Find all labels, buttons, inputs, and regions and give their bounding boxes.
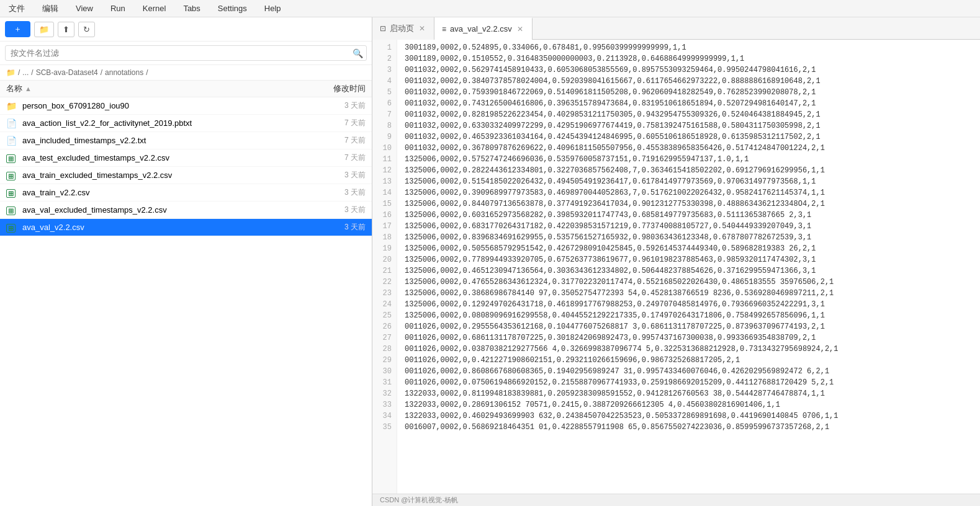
file-name-label: ava_test_excluded_timestamps_v2.2.csv [22,153,316,162]
content-area: 1234567891011121314151617181920212223242… [372,40,980,494]
file-mtime-label: 3 天前 [316,100,366,111]
line-number: 19 [377,243,392,254]
plus-icon: ＋ [14,24,22,35]
line-number: 20 [377,254,392,265]
line-number: 16 [377,210,392,221]
file-item[interactable]: ⊞ ava_test_excluded_timestamps_v2.2.csv … [0,149,372,167]
file-type-icon: ⊞ [6,171,19,180]
download-button[interactable]: ⬆ [58,22,74,37]
line-number: 34 [377,411,392,422]
line-number: 25 [377,310,392,321]
file-type-icon: ⊞ [6,223,19,233]
code-line: 0011026,0002,0.2955564353612168,0.104477… [405,321,973,332]
search-icon-button[interactable]: 🔍 [353,48,363,58]
tab-1[interactable]: ≡ ava_val_v2.2.csv ✕ [434,17,533,40]
file-list: 📁 person_box_67091280_iou90 3 天前 📄 ava_a… [0,97,372,506]
code-line: 1325006,0002,0.1292497026431718,0.461899… [405,299,973,310]
tab-bar: ⊡ 启动页 ✕ ≡ ava_val_v2.2.csv ✕ [372,17,980,40]
file-type-icon: 📄 [6,118,19,128]
file-mtime-label: 3 天前 [316,170,366,180]
breadcrumb-sep4: / [146,68,148,77]
line-number: 13 [377,176,392,187]
code-line: 0011026,0002,0,0.4212271908602151,0.2932… [405,355,973,366]
code-line: 0011032,0002,0.38407378578024004,0.59203… [405,76,973,87]
file-item[interactable]: ⊞ ava_train_excluded_timestamps_v2.2.csv… [0,167,372,184]
line-number: 4 [377,76,392,87]
file-mtime-label: 7 天前 [316,153,366,163]
name-column-label[interactable]: 名称 [6,83,22,94]
breadcrumb: 📁 / ... / SCB-ava-Dataset4 / annotations… [0,65,372,81]
download-icon: ⬆ [63,25,70,34]
menu-edit[interactable]: 编辑 [38,2,62,16]
status-text: CSDN @计算机视觉-杨帆 [380,495,458,505]
code-line: 1325006,0002,0.8396834691629955,0.535756… [405,232,973,243]
line-number: 3 [377,64,392,76]
tab-0[interactable]: ⊡ 启动页 ✕ [372,17,434,40]
line-number: 33 [377,399,392,411]
breadcrumb-annotations[interactable]: annotations [105,68,143,77]
code-line: 1325006,0002,0.7789944933920705,0.675263… [405,254,973,265]
code-line: 0011032,0002,0.5629741458910433,0.605306… [405,64,973,76]
code-line: 3001189,0002,0.1510552,0.316483500000000… [405,53,973,64]
file-name-label: ava_train_excluded_timestamps_v2.2.csv [22,171,316,180]
menu-kernel[interactable]: Kernel [139,2,170,14]
tab-icon: ⊡ [380,24,386,33]
code-line: 1325006,0002,0.47655286343612324,0.31770… [405,277,973,288]
search-icon: 🔍 [353,48,363,58]
tab-close-button[interactable]: ✕ [418,23,426,34]
breadcrumb-sep1: / [18,68,20,77]
code-line: 0011032,0002,0.6330332409972299,0.429519… [405,120,973,131]
file-name-label: ava_action_list_v2.2_for_activitynet_201… [22,118,316,128]
code-line: 0011026,0002,0.6861131178707225,0.301824… [405,332,973,344]
file-item[interactable]: 📄 ava_included_timestamps_v2.2.txt 7 天前 [0,132,372,149]
breadcrumb-sep3: / [101,68,102,77]
line-number: 35 [377,422,392,433]
breadcrumb-dataset[interactable]: SCB-ava-Dataset4 [36,68,98,77]
tab-label: 启动页 [390,23,414,34]
line-number: 6 [377,98,392,109]
code-line: 3001189,0002,0.524895,0.334066,0.678481,… [405,42,973,53]
upload-button[interactable]: 📁 [34,22,54,37]
line-number: 29 [377,355,392,366]
menu-file[interactable]: 文件 [5,2,29,16]
code-line: 1322033,0002,0.8119948183839881,0.205923… [405,388,973,399]
code-line: 1325006,0002,0.6831770264317182,0.422039… [405,221,973,232]
new-button[interactable]: ＋ [5,21,30,37]
line-number: 32 [377,388,392,399]
file-type-icon: 📄 [6,136,19,146]
code-line: 1325006,0002,0.38686986784140 97,0.35052… [405,288,973,299]
menu-view[interactable]: View [72,2,97,14]
tab-label: ava_val_v2.2.csv [450,24,512,33]
code-line: 0016007,0002,0.56869218464351 01,0.42288… [405,422,973,433]
file-name-label: ava_val_excluded_timestamps_v2.2.csv [22,205,316,215]
refresh-icon: ↻ [83,25,90,34]
file-item[interactable]: ⊞ ava_train_v2.2.csv 3 天前 [0,184,372,202]
line-number: 17 [377,221,392,232]
menu-tabs[interactable]: Tabs [179,2,204,14]
line-number: 11 [377,154,392,165]
tab-close-button[interactable]: ✕ [516,24,524,35]
search-input[interactable] [5,45,367,61]
code-line: 1322033,0002,0.46029493699903 632,0.2438… [405,411,973,422]
line-number: 9 [377,131,392,143]
menu-settings[interactable]: Settings [214,2,251,14]
code-line: 1325006,0002,0.5154185022026432,0.494505… [405,176,973,187]
file-type-icon: ⊞ [6,153,19,163]
file-item[interactable]: 📁 person_box_67091280_iou90 3 天前 [0,97,372,115]
line-number: 30 [377,366,392,377]
search-bar: 🔍 [0,42,372,65]
csv-content[interactable]: 1234567891011121314151617181920212223242… [372,40,980,494]
line-numbers: 1234567891011121314151617181920212223242… [372,40,397,494]
file-mtime-label: 3 天前 [316,187,366,198]
file-item[interactable]: ⊞ ava_val_v2.2.csv 3 天前 [0,219,372,236]
breadcrumb-ellipsis[interactable]: ... [22,68,29,77]
file-name-label: ava_included_timestamps_v2.2.txt [22,136,316,145]
refresh-button[interactable]: ↻ [78,22,95,37]
line-number: 10 [377,143,392,154]
file-item[interactable]: 📄 ava_action_list_v2.2_for_activitynet_2… [0,115,372,132]
sort-arrow-icon: ▲ [25,85,32,92]
line-number: 23 [377,288,392,299]
file-item[interactable]: ⊞ ava_val_excluded_timestamps_v2.2.csv 3… [0,202,372,219]
menu-run[interactable]: Run [107,2,129,14]
menu-help[interactable]: Help [261,2,285,14]
